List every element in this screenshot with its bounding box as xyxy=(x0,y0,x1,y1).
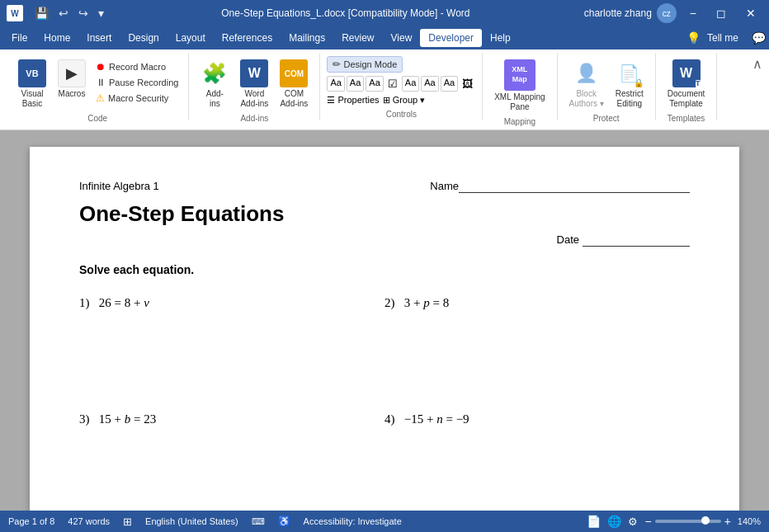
ctrl-image[interactable]: 🖼 xyxy=(460,76,475,92)
vb-icon: VB xyxy=(18,59,46,87)
ctrl-aa4[interactable]: Aa xyxy=(402,76,419,92)
addins-group-label: Add-ins xyxy=(196,112,313,125)
menu-design[interactable]: Design xyxy=(120,29,167,47)
menu-insert[interactable]: Insert xyxy=(78,29,120,47)
word-add-ins-button[interactable]: W WordAdd-ins xyxy=(235,56,273,112)
controls-top-row: ✏ Design Mode xyxy=(327,56,403,73)
zoom-plus-button[interactable]: + xyxy=(724,515,731,528)
menu-developer[interactable]: Developer xyxy=(420,29,482,47)
security-icon: ⚠ xyxy=(96,92,105,104)
doc-date-line: Date xyxy=(79,233,690,247)
xml-mapping-label: XML MappingPane xyxy=(494,92,545,112)
tell-me[interactable]: Tell me xyxy=(707,32,738,44)
visual-basic-label: VisualBasic xyxy=(21,89,43,109)
window-title: One-Step Equations_L.docx [Compatibility… xyxy=(107,7,584,19)
menu-file[interactable]: File xyxy=(3,29,35,47)
templates-group-label: Templates xyxy=(663,112,710,125)
menu-bar: File Home Insert Design Layout Reference… xyxy=(0,26,769,49)
title-bar: W 💾 ↩ ↪ ▾ One-Step Equations_L.docx [Com… xyxy=(0,0,769,26)
menu-layout[interactable]: Layout xyxy=(167,29,214,47)
ribbon-group-code: VB VisualBasic ▶ Macros ⏺ Record Macro ⏸… xyxy=(7,53,189,120)
quick-access-toolbar: 💾 ↩ ↪ ▾ xyxy=(31,5,107,21)
ribbon-collapse-area: ∧ xyxy=(752,53,762,120)
user-area: charlotte zhang cz xyxy=(584,3,677,23)
properties-button[interactable]: ☰ Properties xyxy=(327,95,379,106)
zoom-minus-button[interactable]: − xyxy=(644,515,651,528)
code-group-label: Code xyxy=(13,112,182,125)
ctrl-aa2[interactable]: Aa xyxy=(347,76,364,92)
menu-home[interactable]: Home xyxy=(35,29,78,47)
menu-references[interactable]: References xyxy=(214,29,281,47)
pause-recording-button[interactable]: ⏸ Pause Recording xyxy=(92,75,182,90)
menu-view[interactable]: View xyxy=(383,29,421,47)
view-print-icon[interactable]: 📄 xyxy=(587,515,601,528)
title-bar-right: charlotte zhang cz − ◻ ✕ xyxy=(584,3,762,23)
ctrl-aa5[interactable]: Aa xyxy=(421,76,438,92)
menu-mailings[interactable]: Mailings xyxy=(281,29,333,47)
ctrl-aa3[interactable]: Aa xyxy=(366,76,383,92)
document-template-button[interactable]: WT DocumentTemplate xyxy=(663,56,710,112)
equation-4: 4) −15 + n = −9 xyxy=(384,406,690,433)
title-bar-left: W 💾 ↩ ↪ ▾ xyxy=(7,5,107,21)
com-icon: COM xyxy=(280,59,308,87)
protect-group-label: Protect xyxy=(564,112,649,125)
view-web-icon[interactable]: 🌐 xyxy=(607,515,621,528)
ribbon-group-templates: WT DocumentTemplate Templates xyxy=(656,53,718,120)
redo-button[interactable]: ↪ xyxy=(75,5,92,21)
record-icon: ⏺ xyxy=(96,61,106,73)
macros-button[interactable]: ▶ Macros xyxy=(53,56,91,102)
close-button[interactable]: ✕ xyxy=(739,5,762,21)
customize-quick-access[interactable]: ▾ xyxy=(95,5,107,21)
visual-basic-button[interactable]: VB VisualBasic xyxy=(13,56,51,112)
record-macro-button[interactable]: ⏺ Record Macro xyxy=(92,59,182,74)
mapping-group-label: Mapping xyxy=(489,115,550,128)
name-label-area: Name xyxy=(430,180,690,193)
block-authors-icon: 👤 xyxy=(573,59,601,87)
group-button[interactable]: ⊞ Group ▾ xyxy=(383,95,426,106)
undo-button[interactable]: ↩ xyxy=(55,5,72,21)
save-button[interactable]: 💾 xyxy=(31,5,52,21)
doc-template-label: DocumentTemplate xyxy=(668,89,705,109)
ctrl-aa1[interactable]: Aa xyxy=(327,76,344,92)
doc-subtitle: Infinite Algebra 1 xyxy=(79,180,159,193)
com-add-ins-button[interactable]: COM COMAdd-ins xyxy=(275,56,313,112)
solve-instructions: Solve each equation. xyxy=(79,263,690,276)
restrict-editing-button[interactable]: 📄🔒 RestrictEditing xyxy=(611,56,649,112)
com-add-ins-label: COMAdd-ins xyxy=(280,89,308,109)
xml-mapping-button[interactable]: XMLMap XML MappingPane xyxy=(489,56,550,115)
ctrl-aa6[interactable]: Aa xyxy=(441,76,458,92)
doc-template-icon: WT xyxy=(672,59,701,87)
record-macro-label: Record Macro xyxy=(109,62,166,72)
ribbon-group-mapping: XMLMap XML MappingPane Mapping xyxy=(483,53,557,120)
ribbon-group-addins: 🧩 Add-ins W WordAdd-ins COM COMAdd-ins A… xyxy=(189,53,320,120)
restore-button[interactable]: ◻ xyxy=(710,5,733,21)
name-field xyxy=(459,180,690,193)
zoom-level[interactable]: 140% xyxy=(738,516,761,526)
document-page: Infinite Algebra 1 Name One-Step Equatio… xyxy=(30,147,739,511)
zoom-slider[interactable] xyxy=(655,520,721,523)
accessibility-icon: ♿ xyxy=(278,516,290,527)
status-right: 📄 🌐 ⚙ − + 140% xyxy=(587,515,761,528)
comment-icon[interactable]: 💬 xyxy=(752,31,766,45)
eq1-num: 1) 26 = 8 + v xyxy=(79,296,149,309)
block-authors-button[interactable]: 👤 BlockAuthors ▾ xyxy=(564,56,609,112)
ribbon-collapse-button[interactable]: ∧ xyxy=(752,56,762,72)
design-mode-button[interactable]: ✏ Design Mode xyxy=(327,56,403,73)
eq3-num: 3) 15 + b = 23 xyxy=(79,412,156,426)
language: English (United States) xyxy=(145,516,238,526)
doc-header: Infinite Algebra 1 Name xyxy=(79,180,690,193)
ribbon-content: VB VisualBasic ▶ Macros ⏺ Record Macro ⏸… xyxy=(0,53,769,120)
minimize-button[interactable]: − xyxy=(683,5,703,21)
macro-security-button[interactable]: ⚠ Macro Security xyxy=(92,91,182,106)
menu-help[interactable]: Help xyxy=(482,29,519,47)
menu-review[interactable]: Review xyxy=(333,29,382,47)
view-icon3[interactable]: ⚙ xyxy=(628,516,638,528)
accessibility-status[interactable]: Accessibility: Investigate xyxy=(304,516,402,526)
add-ins-button[interactable]: 🧩 Add-ins xyxy=(196,56,234,112)
eq2-num: 2) 3 + p = 8 xyxy=(384,296,449,309)
app-icon: W xyxy=(7,5,23,21)
equation-2: 2) 3 + p = 8 xyxy=(384,290,690,317)
ctrl-checkbox[interactable]: ☑ xyxy=(385,76,400,92)
controls-group-inner: ✏ Design Mode Aa Aa Aa ☑ Aa Aa Aa 🖼 ☰ Pr… xyxy=(327,53,475,108)
user-avatar[interactable]: cz xyxy=(657,3,677,23)
